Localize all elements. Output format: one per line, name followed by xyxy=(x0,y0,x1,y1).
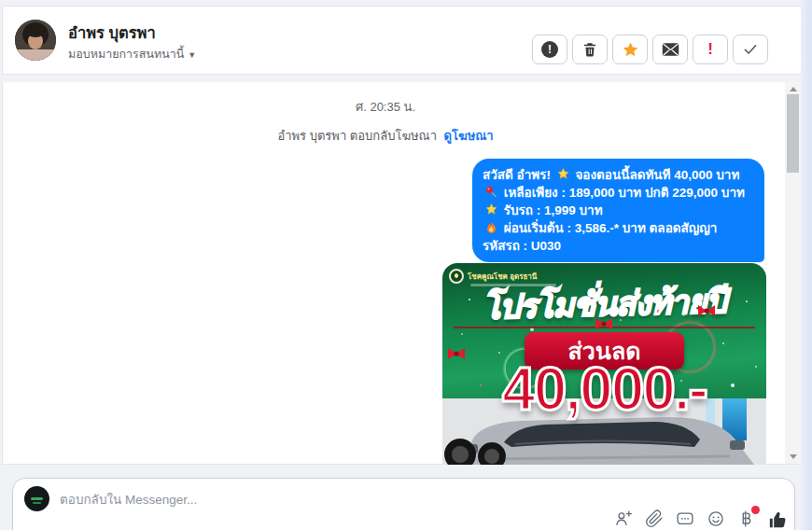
scroll-down-arrow[interactable] xyxy=(785,450,801,464)
page-logo-icon xyxy=(33,502,41,504)
star-icon xyxy=(622,41,639,59)
tire-photo xyxy=(444,439,476,465)
assign-label: มอบหมายการสนทนานี้ xyxy=(68,48,184,61)
attach-file-button[interactable] xyxy=(645,509,664,528)
assign-conversation-dropdown[interactable]: มอบหมายการสนทนานี้▼ xyxy=(68,45,196,63)
ribbon-bow-icon xyxy=(594,317,614,330)
send-like-button[interactable] xyxy=(768,509,787,528)
composer-toolbar xyxy=(614,509,787,528)
mark-done-button[interactable] xyxy=(733,35,768,64)
ad-reply-text: อำพร บุตรพา ตอบกลับโฆษณา xyxy=(277,129,437,143)
page-avatar xyxy=(24,486,49,511)
page-logo-icon xyxy=(31,497,43,500)
thumbs-up-icon xyxy=(768,509,789,530)
add-contact-icon xyxy=(614,509,633,528)
check-icon xyxy=(742,41,759,58)
contact-avatar[interactable] xyxy=(15,20,56,61)
bubble-line: เหลือเพียง : 189,000 บาท ปกติ 229,000 บา… xyxy=(483,184,754,202)
star-emoji xyxy=(485,203,497,216)
chat-scrollbar[interactable] xyxy=(785,82,801,464)
page-background-strip xyxy=(801,0,812,530)
pin-emoji xyxy=(485,186,497,198)
saved-replies-button[interactable] xyxy=(676,509,694,528)
bubble-line: ผ่อนเริ่มต้น : 3,586.-* บาท ตลอดสัญญา xyxy=(483,219,754,237)
star-emoji xyxy=(557,168,569,180)
reply-input[interactable] xyxy=(60,486,582,512)
discount-amount: 40,000.- xyxy=(442,355,766,424)
promo-image-attachment[interactable]: โชคคูณโชค อุดรธานี โปรโมชั่นส่งท้ายปี ส่… xyxy=(442,263,766,465)
view-ad-link[interactable]: ดูโฆษณา xyxy=(444,129,494,143)
conversation-header: อำพร บุตรพา มอบหมายการสนทนานี้▼ ! xyxy=(2,6,801,75)
circle-exclamation-icon: ! xyxy=(541,41,558,58)
conversation-thread: ศ. 20:35 น. อำพร บุตรพา ตอบกลับโฆษณา ดูโ… xyxy=(2,82,801,465)
request-payment-button[interactable] xyxy=(737,509,756,528)
saved-replies-icon xyxy=(676,509,694,528)
ribbon-bow-icon xyxy=(696,304,717,317)
bubble-line: รหัสรถ : U030 xyxy=(483,237,754,255)
bubble-line: สวัสดี อำพร! จองตอนนี้ลดทันที 40,000 บาท xyxy=(483,166,754,184)
avatar-photo xyxy=(15,20,56,61)
mark-unread-button[interactable] xyxy=(652,35,688,64)
messenger-inbox-view: อำพร บุตรพา มอบหมายการสนทนานี้▼ ! xyxy=(0,0,812,530)
add-contact-button[interactable] xyxy=(614,509,633,528)
fire-emoji xyxy=(485,221,497,233)
flag-important-button[interactable]: ! xyxy=(693,35,728,64)
sparkles-decoration xyxy=(442,263,444,265)
delete-button[interactable] xyxy=(572,35,608,64)
message-timestamp: ศ. 20:35 น. xyxy=(3,97,768,117)
ad-reply-notice: อำพร บุตรพา ตอบกลับโฆษณา ดูโฆษณา xyxy=(3,126,768,146)
envelope-icon xyxy=(662,42,679,57)
emoji-button[interactable] xyxy=(707,509,725,528)
bubble-line: รับรถ : 1,999 บาท xyxy=(483,202,754,219)
contact-name: อำพร บุตรพา xyxy=(68,21,156,45)
red-exclamation-icon: ! xyxy=(707,40,713,59)
follow-up-button[interactable] xyxy=(612,35,648,64)
chevron-down-icon: ▼ xyxy=(188,50,196,60)
tire-photo xyxy=(478,442,506,465)
outgoing-message-bubble: สวัสดี อำพร! จองตอนนี้ลดทันที 40,000 บาท… xyxy=(472,159,764,262)
emoji-smiley-icon xyxy=(707,509,725,528)
trash-icon xyxy=(581,41,598,58)
notification-badge xyxy=(751,506,760,514)
report-button[interactable]: ! xyxy=(532,35,567,64)
paperclip-icon xyxy=(645,509,664,528)
scrollbar-thumb[interactable] xyxy=(787,94,799,173)
header-action-bar: ! ! xyxy=(532,35,768,64)
